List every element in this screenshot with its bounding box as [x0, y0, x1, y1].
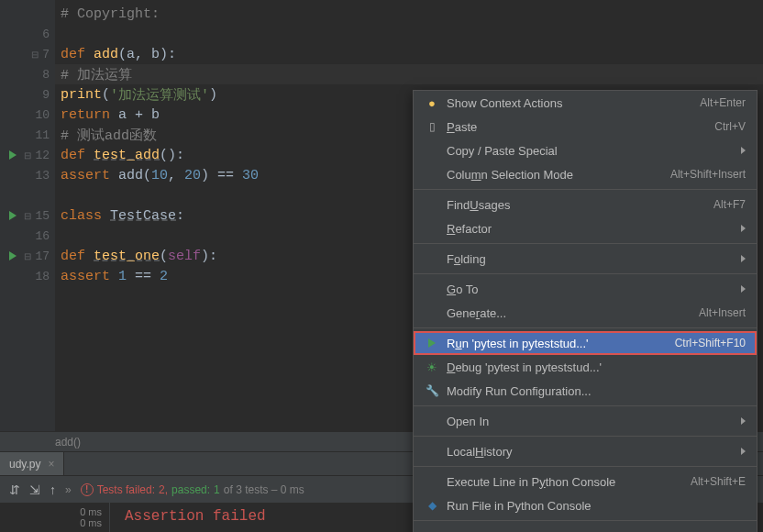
menu-shortcut: Ctrl+Shift+F10 — [675, 337, 746, 349]
bug-icon: ☀ — [426, 360, 437, 374]
line-number: 7 — [42, 48, 50, 61]
test-status: ! Tests failed: 2, passed: 1 of 3 tests … — [81, 483, 304, 496]
menu-item-refactor[interactable]: Refactor — [414, 216, 757, 240]
menu-item-run-pytest[interactable]: Run 'pytest in pyteststud...'Ctrl+Shift+… — [414, 331, 757, 355]
line-number: 12 — [35, 149, 50, 162]
fold-icon[interactable]: ⊟ — [24, 150, 31, 161]
filter-icon[interactable]: ⇵ — [9, 482, 20, 497]
menu-shortcut: Alt+Insert — [699, 306, 746, 319]
line-number: 17 — [35, 249, 50, 263]
menu-label: Debug 'pytest in pyteststud...' — [447, 360, 746, 374]
line-number: 6 — [42, 28, 50, 41]
tab-label: udy.py — [9, 458, 40, 471]
context-menu: ●Show Context ActionsAlt+Enter▯PasteCtrl… — [413, 90, 757, 532]
menu-label: Run File in Python Console — [447, 499, 746, 513]
line-number: 10 — [35, 108, 50, 122]
line-number: 9 — [42, 88, 50, 102]
menu-separator — [414, 327, 757, 328]
code-comment: # Copyright: — [61, 6, 160, 22]
menu-label: Execute Line in Python Console — [447, 475, 691, 489]
line-number: 13 — [35, 169, 50, 183]
menu-separator — [414, 189, 757, 190]
menu-item-debug-pytest[interactable]: ☀Debug 'pytest in pyteststud...' — [414, 355, 757, 379]
menu-label: Generate... — [447, 306, 699, 320]
submenu-arrow-icon — [741, 255, 746, 262]
submenu-arrow-icon — [741, 417, 746, 425]
run-gutter-icon[interactable] — [9, 251, 17, 260]
menu-item-folding[interactable]: Folding — [414, 247, 757, 271]
breadcrumb-label: add() — [55, 436, 81, 449]
menu-item-column-selection[interactable]: Column Selection ModeAlt+Shift+Insert — [414, 162, 757, 186]
menu-label: Local History — [447, 445, 741, 459]
close-icon[interactable]: × — [48, 458, 54, 471]
bulb-icon: ● — [428, 96, 436, 110]
menu-item-goto[interactable]: Go To — [414, 277, 757, 301]
fold-icon[interactable]: ⊟ — [31, 50, 39, 60]
menu-shortcut: Alt+Shift+Insert — [670, 168, 746, 181]
fold-icon[interactable]: ⊟ — [24, 251, 31, 261]
menu-label: Paste — [447, 120, 714, 134]
menu-separator — [414, 520, 757, 521]
menu-item-copy-paste-special[interactable]: Copy / Paste Special — [414, 139, 757, 162]
menu-item-run-file-console[interactable]: ◆Run File in Python Console — [414, 493, 757, 517]
menu-item-show-context-actions[interactable]: ●Show Context ActionsAlt+Enter — [414, 91, 757, 115]
menu-separator — [414, 466, 757, 467]
fold-icon[interactable]: ⊟ — [24, 211, 31, 221]
line-number: 8 — [42, 68, 50, 82]
menu-separator — [414, 243, 757, 244]
run-gutter-icon[interactable] — [9, 211, 17, 220]
menu-label: Compare with Clipboard — [447, 529, 746, 533]
menu-item-modify-run-config[interactable]: 🔧Modify Run Configuration... — [414, 379, 757, 403]
submenu-arrow-icon — [741, 448, 746, 455]
menu-item-open-in[interactable]: Open In — [414, 409, 757, 433]
line-number: 16 — [35, 229, 50, 243]
menu-item-local-history[interactable]: Local History — [414, 439, 757, 463]
nav-icon[interactable]: ↑ — [50, 482, 56, 497]
line-number: 18 — [35, 270, 50, 283]
menu-label: Run 'pytest in pyteststud...' — [447, 337, 675, 350]
menu-label: Refactor — [447, 222, 741, 236]
play-icon — [428, 338, 436, 348]
menu-separator — [414, 273, 757, 274]
file-tab[interactable]: udy.py × — [0, 452, 64, 475]
submenu-arrow-icon — [741, 225, 746, 232]
time-column: 0 ms 0 ms — [0, 503, 110, 532]
menu-item-find-usages[interactable]: Find UsagesAlt+F7 — [414, 193, 757, 216]
code-comment: # 加法运算 — [61, 66, 132, 83]
menu-label: Go To — [447, 283, 741, 296]
run-gutter-icon[interactable] — [9, 150, 17, 160]
menu-label: Folding — [447, 252, 741, 266]
expand-icon[interactable]: ⇲ — [29, 482, 40, 497]
line-number: 15 — [35, 209, 50, 223]
line-number: 11 — [35, 128, 50, 142]
menu-shortcut: Ctrl+V — [714, 120, 746, 133]
time-value: 0 ms — [0, 517, 102, 528]
menu-label: Find Usages — [447, 198, 713, 212]
menu-label: Column Selection Mode — [447, 168, 670, 182]
menu-label: Show Context Actions — [447, 96, 700, 110]
menu-item-compare-clipboard[interactable]: ⧉Compare with Clipboard — [414, 524, 757, 532]
submenu-arrow-icon — [741, 147, 746, 154]
menu-item-execute-console[interactable]: Execute Line in Python ConsoleAlt+Shift+… — [414, 470, 757, 493]
menu-label: Open In — [447, 415, 741, 428]
code-comment: # 测试add函数 — [61, 127, 157, 144]
menu-separator — [414, 436, 757, 437]
menu-label: Copy / Paste Special — [447, 144, 741, 158]
time-value: 0 ms — [0, 506, 102, 517]
menu-shortcut: Alt+Enter — [700, 96, 746, 109]
python-icon: ◆ — [428, 499, 437, 512]
clipboard-icon: ▯ — [429, 120, 436, 133]
fail-icon: ! — [81, 483, 94, 496]
menu-item-generate[interactable]: Generate...Alt+Insert — [414, 301, 757, 325]
menu-label: Modify Run Configuration... — [447, 384, 746, 398]
menu-shortcut: Alt+F7 — [713, 198, 746, 211]
more-icon[interactable]: » — [65, 483, 72, 496]
menu-item-paste[interactable]: ▯PasteCtrl+V — [414, 115, 757, 139]
menu-shortcut: Alt+Shift+E — [691, 475, 746, 488]
gutter: 6 ⊟7 8 9 10 11 ⊟12 13 ⊟15 16 ⊟17 18 — [0, 0, 55, 431]
wrench-icon: 🔧 — [426, 384, 439, 397]
submenu-arrow-icon — [741, 285, 746, 293]
menu-separator — [414, 405, 757, 406]
